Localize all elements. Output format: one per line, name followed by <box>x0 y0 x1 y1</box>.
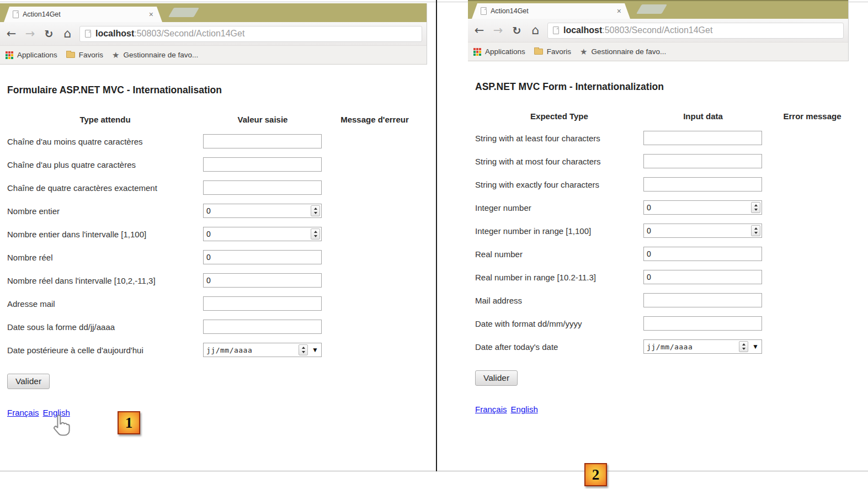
spinner-down-icon[interactable] <box>754 209 758 211</box>
column-header-input: Input data <box>643 111 763 121</box>
folder-icon[interactable] <box>534 49 543 55</box>
back-icon[interactable]: ← <box>472 25 486 36</box>
spinner-up-icon[interactable] <box>302 347 305 349</box>
bookmark-applications[interactable]: Applications <box>17 51 57 59</box>
text-input[interactable] <box>643 293 762 307</box>
text-input[interactable] <box>643 316 762 331</box>
page-icon <box>481 7 487 15</box>
apps-grid-icon[interactable] <box>6 51 13 59</box>
text-input[interactable] <box>203 180 322 195</box>
reload-icon[interactable]: ↻ <box>510 25 524 36</box>
form-row: Date after today's date jj/mm/aaaa▼ <box>475 335 849 358</box>
number-input[interactable]: 0 <box>643 200 762 215</box>
spinner-up-icon[interactable] <box>754 227 758 230</box>
text-input[interactable]: 0 <box>203 250 322 264</box>
apps-grid-icon[interactable] <box>473 48 481 56</box>
field-label: Integer number <box>475 203 643 212</box>
submit-button[interactable]: Valider <box>7 374 50 389</box>
submit-button[interactable]: Valider <box>475 370 518 386</box>
text-input[interactable] <box>203 320 322 334</box>
page-content: Formulaire ASP.NET MVC - Internationalis… <box>0 84 427 417</box>
lang-link-francais[interactable]: Français <box>475 405 507 414</box>
text-input[interactable] <box>203 134 322 148</box>
bookmarks-bar: Applications Favoris ★ Gestionnaire de f… <box>0 46 427 65</box>
text-input[interactable] <box>643 177 762 192</box>
field-label: Date sous la forme dd/jj/aaaa <box>7 322 203 332</box>
spinner-down-icon[interactable] <box>314 212 317 214</box>
text-input[interactable]: 0 <box>203 273 322 288</box>
form-row: Adresse mail <box>7 292 427 315</box>
spinner-control[interactable] <box>751 225 760 236</box>
new-tab-button[interactable] <box>168 8 199 17</box>
number-input[interactable]: 0 <box>203 227 322 241</box>
bookmark-favoris[interactable]: Favoris <box>547 47 571 56</box>
tab-title: Action14Get <box>23 10 149 18</box>
input-cell: 0 <box>643 270 763 284</box>
form-row: Nombre réel 0 <box>7 246 427 269</box>
tab-close-icon[interactable]: × <box>149 10 153 18</box>
form-row: Mail address <box>475 289 849 312</box>
forward-icon[interactable]: → <box>491 25 505 36</box>
spinner-down-icon[interactable] <box>302 351 305 353</box>
date-input[interactable]: jj/mm/aaaa▼ <box>643 339 762 354</box>
form-row: Nombre entier dans l'intervalle [1,100] … <box>7 222 427 246</box>
tab-close-icon[interactable]: × <box>617 7 621 15</box>
spinner-control[interactable] <box>311 205 320 216</box>
home-icon[interactable]: ⌂ <box>61 28 74 40</box>
form-row: Integer number in range [1,100] 0 <box>475 219 849 242</box>
dropdown-caret-icon[interactable]: ▼ <box>312 347 318 353</box>
field-label: Chaîne d'au moins quatre caractères <box>7 137 203 146</box>
address-bar[interactable]: localhost:50803/Second/Action14Get <box>547 23 844 39</box>
text-input[interactable] <box>643 154 762 168</box>
text-input[interactable] <box>203 296 322 311</box>
spinner-down-icon[interactable] <box>742 348 745 350</box>
home-icon[interactable]: ⌂ <box>529 24 542 36</box>
bookmark-manager[interactable]: Gestionnaire de favo... <box>592 47 667 56</box>
spinner-up-icon[interactable] <box>742 343 745 346</box>
spinner-up-icon[interactable] <box>754 204 758 206</box>
text-input[interactable]: 0 <box>643 247 762 261</box>
spinner-up-icon[interactable] <box>314 231 317 233</box>
form-row: Chaîne d'au moins quatre caractères <box>7 130 427 153</box>
column-header-error: Error message <box>763 111 862 121</box>
spinner-down-icon[interactable] <box>754 232 758 234</box>
column-header-type: Expected Type <box>475 111 643 121</box>
number-input[interactable]: 0 <box>203 204 322 218</box>
spinner-control[interactable] <box>311 228 320 240</box>
dropdown-caret-icon[interactable]: ▼ <box>752 343 759 350</box>
spinner-down-icon[interactable] <box>314 235 317 237</box>
date-input[interactable]: jj/mm/aaaa▼ <box>203 343 322 357</box>
new-tab-button[interactable] <box>636 4 667 14</box>
input-cell <box>643 316 763 331</box>
star-icon[interactable]: ★ <box>112 51 119 59</box>
browser-tab[interactable]: Action14Get × <box>4 7 162 22</box>
spinner-control[interactable] <box>299 344 308 355</box>
reload-icon[interactable]: ↻ <box>42 29 56 39</box>
back-icon[interactable]: ← <box>4 28 18 40</box>
bookmark-applications[interactable]: Applications <box>485 47 525 56</box>
spinner-control[interactable] <box>739 341 748 352</box>
bookmark-manager[interactable]: Gestionnaire de favo... <box>124 51 199 59</box>
address-bar[interactable]: localhost:50803/Second/Action14Get <box>79 26 422 42</box>
form-row: Nombre réel dans l'intervalle [10,2,-11,… <box>7 269 427 292</box>
spinner-up-icon[interactable] <box>314 208 317 210</box>
field-label: Real number <box>475 249 643 259</box>
star-icon[interactable]: ★ <box>580 47 587 56</box>
lang-link-francais[interactable]: Français <box>7 408 39 417</box>
text-input[interactable]: 0 <box>643 270 762 284</box>
text-input[interactable] <box>643 131 762 145</box>
forward-icon[interactable]: → <box>23 28 37 40</box>
callout-badge-2: 2 <box>584 463 607 486</box>
mouse-cursor-hand-icon <box>51 414 71 440</box>
bookmark-favoris[interactable]: Favoris <box>79 51 103 59</box>
url-host: localhost <box>563 25 602 35</box>
field-label: Chaîne de quatre caractères exactement <box>7 183 203 193</box>
text-input[interactable] <box>203 157 322 172</box>
folder-icon[interactable] <box>66 52 75 58</box>
page-icon <box>85 30 91 38</box>
browser-tab[interactable]: Action14Get × <box>472 3 630 19</box>
lang-link-english[interactable]: English <box>511 405 538 414</box>
number-input[interactable]: 0 <box>643 224 762 238</box>
spinner-control[interactable] <box>751 202 760 213</box>
form-row: Chaîne d'au plus quatre caractères <box>7 153 427 176</box>
